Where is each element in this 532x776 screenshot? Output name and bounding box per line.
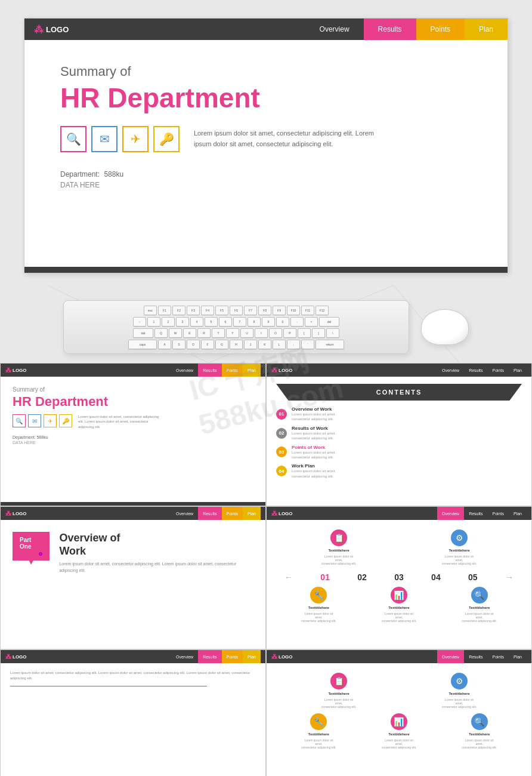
key: - bbox=[290, 317, 304, 327]
contents-item-2: 02 Results of Work Lorem ipsum dolor sit… bbox=[276, 426, 522, 441]
mini-header-4: ⁂ LOGO Overview Results Points Plan bbox=[267, 507, 531, 520]
nav-overview[interactable]: Overview bbox=[305, 19, 364, 40]
t-icon-desc-1: Lorem ipsum dolor sit amet,consectetur a… bbox=[321, 555, 357, 565]
timeline-top-row: 📋 Texttitlehere Lorem ipsum dolor sit am… bbox=[279, 529, 519, 565]
t-icon-label-1: Texttitlehere bbox=[328, 549, 349, 552]
mini-logo-5: ⁂ LOGO bbox=[5, 654, 27, 660]
mini-nav-overview-2[interactable]: Overview bbox=[437, 364, 464, 377]
br-t-icon-5: 🔍 bbox=[471, 713, 488, 730]
mini-icon-send: ✉ bbox=[28, 414, 41, 427]
mini-nav-plan-3[interactable]: Plan bbox=[243, 507, 261, 520]
t-icon-2: ⚙ bbox=[451, 529, 468, 546]
mini-nav-plan-2[interactable]: Plan bbox=[509, 364, 527, 377]
key: F10 bbox=[287, 306, 300, 315]
nav-plan[interactable]: Plan bbox=[465, 19, 508, 40]
t-icon-4: 📊 bbox=[391, 587, 407, 603]
key: F1 bbox=[158, 306, 171, 315]
slide-title: HR Department bbox=[60, 82, 472, 114]
br-top-row: 📋 Texttitlehere Lorem ipsum dolor sit am… bbox=[279, 673, 519, 709]
overview-desc: Lorem ipsum dolor sit amet, consectetur … bbox=[59, 561, 253, 574]
key: F2 bbox=[172, 306, 185, 315]
mini-nav-results-3[interactable]: Results bbox=[198, 507, 221, 520]
main-slide: ⁂ LOGO Overview Results Points Plan Summ… bbox=[24, 18, 508, 273]
keyboard-row-1: esc F1 F2 F3 F4 F5 F6 F7 F8 F9 F10 F11 F… bbox=[71, 306, 401, 315]
slide-header: ⁂ LOGO Overview Results Points Plan bbox=[24, 19, 508, 40]
icon-key: 🔑 bbox=[153, 126, 180, 152]
br-icon-1: 📋 Texttitlehere Lorem ipsum dolor sit am… bbox=[321, 673, 357, 709]
icon-search: 🔍 bbox=[60, 126, 86, 152]
slide-footer bbox=[24, 267, 508, 273]
br-icon-4: 📊 Texttitlehere Lorem ipsum dolor sit am… bbox=[381, 713, 417, 749]
mini-nav-points-3[interactable]: Points bbox=[222, 507, 243, 520]
mini-nav-overview-6[interactable]: Overview bbox=[437, 650, 464, 663]
mini-icon-key: 🔑 bbox=[59, 414, 72, 427]
mini-logo-4: ⁂ LOGO bbox=[271, 510, 293, 517]
mini-nav-results-4[interactable]: Results bbox=[464, 507, 487, 520]
mini-nav-5: Overview Results Points Plan bbox=[171, 650, 261, 663]
mini-nav-overview-5[interactable]: Overview bbox=[171, 650, 198, 663]
key: K bbox=[258, 340, 271, 349]
mini-dept: Department: 588ku bbox=[13, 435, 253, 439]
br-t-icon-2: ⚙ bbox=[451, 673, 468, 689]
key: 1 bbox=[147, 317, 160, 327]
slide-description: Lorem ipsum dolor sit amet, consectetur … bbox=[194, 126, 385, 149]
mini-nav-points-5[interactable]: Points bbox=[222, 650, 243, 663]
mini-nav-results-1[interactable]: Results bbox=[198, 364, 221, 377]
timeline-icon-3: 🔧 Texttitlehere Lorem ipsum dolor sit am… bbox=[301, 587, 336, 623]
keyboard-image: esc F1 F2 F3 F4 F5 F6 F7 F8 F9 F10 F11 F… bbox=[63, 300, 409, 354]
timeline-number-bar: ← 01 02 03 04 05 → bbox=[279, 572, 519, 582]
timeline-icon-5: 🔍 Texttitlehere Lorem ipsum dolor sit am… bbox=[462, 587, 497, 623]
mouse-image bbox=[421, 309, 469, 345]
mini-desc: Lorem ipsum dolor sit amet, consectetur … bbox=[78, 414, 162, 429]
mini-nav-results-2[interactable]: Results bbox=[464, 364, 487, 377]
timeline-num-2: 02 bbox=[357, 572, 367, 582]
mini-logo-text-1: LOGO bbox=[13, 368, 27, 373]
lorem-text-5: Lorem ipsum dolor sit amet, consectetur … bbox=[10, 670, 256, 681]
key: 9 bbox=[262, 317, 275, 327]
key: caps bbox=[128, 340, 157, 349]
mini-nav-points-2[interactable]: Points bbox=[488, 364, 509, 377]
mini-nav-plan-5[interactable]: Plan bbox=[243, 650, 261, 663]
mini-nav-points-6[interactable]: Points bbox=[488, 650, 509, 663]
mini-nav-points-1[interactable]: Points bbox=[222, 364, 243, 377]
mini-nav-plan-1[interactable]: Plan bbox=[243, 364, 261, 377]
mini-nav-results-5[interactable]: Results bbox=[198, 650, 221, 663]
key: ~ bbox=[133, 317, 146, 327]
key: [ bbox=[298, 328, 311, 338]
keyboard-row-2: ~ 1 2 3 4 5 6 7 8 9 0 - = del bbox=[71, 317, 401, 327]
mini-nav-plan-4[interactable]: Plan bbox=[509, 507, 527, 520]
mini-nav-results-6[interactable]: Results bbox=[464, 650, 487, 663]
contents-title-1: Overview of Work bbox=[292, 407, 522, 412]
br-icon-2: ⚙ Texttitlehere Lorem ipsum dolor sit am… bbox=[441, 673, 477, 709]
key: ; bbox=[287, 340, 300, 349]
key: Q bbox=[154, 328, 168, 338]
t-icon-1: 📋 bbox=[330, 529, 347, 546]
mini-nav-overview-1[interactable]: Overview bbox=[171, 364, 198, 377]
key: ] bbox=[312, 328, 325, 338]
mini-logo-text-2: LOGO bbox=[279, 368, 293, 373]
t-icon-desc-4: Lorem ipsum dolor sit amet,consectetur a… bbox=[381, 612, 417, 623]
t-icon-desc-2: Lorem ipsum dolor sit amet,consectetur a… bbox=[441, 555, 477, 565]
mini-body-5: Lorem ipsum dolor sit amet, consectetur … bbox=[1, 663, 265, 694]
keyboard-row-4: caps A S D F G H J K L ; ' return bbox=[71, 340, 401, 349]
contents-item-4: 04 Work Plan Lorem ipsum dolor sit amet,… bbox=[276, 463, 522, 479]
key: del bbox=[319, 317, 339, 327]
logo-text: LOGO bbox=[46, 25, 69, 34]
mini-logo-1: ⁂ LOGO bbox=[5, 367, 27, 374]
mini-nav-points-4[interactable]: Points bbox=[488, 507, 509, 520]
mini-nav-plan-6[interactable]: Plan bbox=[509, 650, 527, 663]
key: F11 bbox=[301, 306, 314, 315]
mini-logo-text-6: LOGO bbox=[279, 654, 293, 660]
mini-body-6: 📋 Texttitlehere Lorem ipsum dolor sit am… bbox=[267, 663, 531, 759]
mini-body-3: Part One Overview of Work Lorem ipsum do… bbox=[1, 520, 265, 586]
mini-nav-overview-3[interactable]: Overview bbox=[171, 507, 198, 520]
contents-item-1: 01 Overview of Work Lorem ipsum dolor si… bbox=[276, 407, 522, 422]
key: D bbox=[187, 340, 200, 349]
nav-points[interactable]: Points bbox=[416, 19, 465, 40]
contents-title-3: Points of Work bbox=[292, 445, 522, 450]
mini-header-1: ⁂ LOGO Overview Results Points Plan bbox=[1, 364, 265, 377]
nav-results[interactable]: Results bbox=[364, 19, 416, 40]
data-label: DATA HERE bbox=[60, 181, 472, 189]
key: A bbox=[158, 340, 171, 349]
mini-nav-overview-4[interactable]: Overview bbox=[437, 507, 464, 520]
